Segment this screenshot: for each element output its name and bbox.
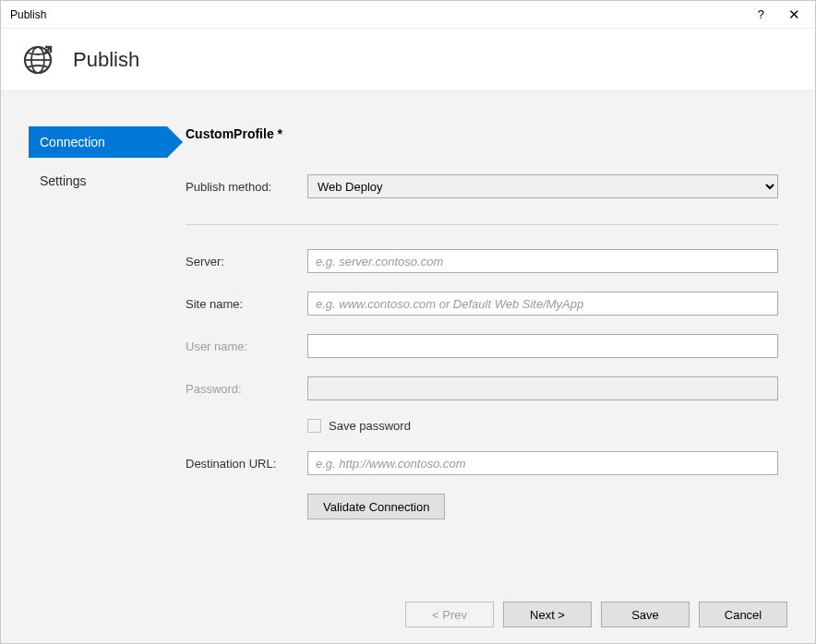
desturl-label: Destination URL: [186,457,307,471]
sitename-input[interactable] [307,292,778,316]
sitename-label: Site name: [186,297,307,311]
wizard-main-panel: CustomProfile * Publish method: Web Depl… [186,91,815,586]
cancel-button[interactable]: Cancel [699,602,787,627]
password-input[interactable] [307,376,778,400]
publish-globe-icon [21,43,54,77]
publish-method-label: Publish method: [186,180,307,194]
sitename-row: Site name: [186,292,778,316]
publish-method-select[interactable]: Web Deploy [307,174,778,198]
username-label: User name: [186,340,307,353]
prev-button[interactable]: < Prev [405,602,494,627]
titlebar-controls: ? ✕ [758,6,804,23]
wizard-sidebar: Connection Settings [1,91,186,586]
window-title: Publish [10,8,46,21]
validate-row: Validate Connection [307,494,778,519]
window-titlebar: Publish ? ✕ [1,1,815,29]
section-divider [186,224,778,225]
server-label: Server: [186,255,307,268]
help-button[interactable]: ? [758,7,764,21]
sidebar-item-connection[interactable]: Connection [29,126,167,158]
username-input[interactable] [307,334,778,358]
dialog-footer: < Prev Next > Save Cancel [1,586,815,643]
validate-connection-button[interactable]: Validate Connection [307,494,445,519]
sidebar-item-label: Settings [40,173,87,188]
password-label: Password: [186,382,307,396]
save-password-checkbox[interactable] [307,419,321,433]
next-button[interactable]: Next > [503,602,592,627]
dialog-body: Connection Settings CustomProfile * Publ… [1,91,815,586]
server-input[interactable] [307,249,778,273]
sidebar-item-settings[interactable]: Settings [29,165,186,197]
username-row: User name: [186,334,778,358]
server-row: Server: [186,249,778,273]
password-row: Password: [186,376,778,400]
close-button[interactable]: ✕ [785,6,804,23]
profile-name: CustomProfile * [186,126,778,141]
save-password-label: Save password [329,419,411,433]
desturl-input[interactable] [307,451,778,475]
save-password-row: Save password [307,419,778,433]
save-button[interactable]: Save [601,602,690,627]
publish-method-row: Publish method: Web Deploy [186,174,778,198]
dialog-header: Publish [1,29,815,91]
sidebar-item-label: Connection [40,135,105,149]
dialog-title: Publish [73,48,139,72]
desturl-row: Destination URL: [186,451,778,475]
